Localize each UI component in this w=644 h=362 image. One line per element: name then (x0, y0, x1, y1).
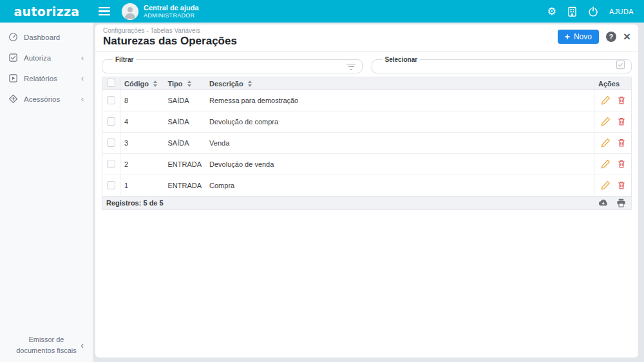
column-header-tipo: Tipo (168, 80, 183, 88)
column-header-acoes: Ações (598, 80, 620, 88)
sidebar-footer-line2: documentos fiscais (16, 345, 77, 356)
cell-tipo: SAÍDA (164, 111, 206, 133)
cell-descricao: Devolução de venda (205, 154, 594, 175)
power-icon[interactable] (588, 6, 598, 17)
breadcrumb: Configurações - Tabelas Variáveis (103, 27, 630, 34)
sidebar-item-acessorios[interactable]: Acessórios ‹ (0, 89, 93, 109)
settings-gear-icon[interactable]: ⚙ (547, 6, 556, 17)
sort-icon[interactable] (153, 81, 157, 87)
table-row: 3 SAÍDA Venda (102, 133, 632, 154)
sidebar-item-dashboard[interactable]: Dashboard (0, 27, 93, 47)
row-checkbox[interactable] (107, 117, 115, 126)
sidebar-item-label: Dashboard (24, 33, 60, 41)
table-footer-row: Registros: 5 de 5 (102, 196, 632, 210)
edit-pencil-icon[interactable] (601, 95, 611, 105)
filter-label: Filtrar (113, 56, 136, 63)
sidebar-item-relatorios[interactable]: Relatórios ‹ (0, 68, 93, 88)
cell-codigo: 4 (120, 111, 164, 133)
gauge-icon (8, 32, 18, 42)
card-header: Configurações - Tabelas Variáveis Nature… (95, 24, 638, 52)
novo-button[interactable]: + Novo (558, 30, 599, 44)
collapse-sidebar-icon[interactable]: ‹ (80, 340, 84, 350)
table-row: 2 ENTRADA Devolução de venda (102, 154, 632, 175)
close-icon[interactable]: × (623, 32, 630, 41)
filter-lines-icon[interactable] (346, 64, 356, 70)
chevron-left-icon: ‹ (81, 53, 84, 62)
cell-tipo: ENTRADA (164, 154, 206, 175)
column-header-descricao: Descrição (209, 80, 243, 88)
top-header: autorizza Central de ajuda ADMINISTRADOR… (0, 0, 644, 23)
diamond-plus-icon (8, 94, 18, 104)
cloud-download-icon[interactable] (598, 198, 609, 207)
edit-pencil-icon[interactable] (601, 159, 611, 169)
delete-trash-icon[interactable] (617, 117, 626, 126)
user-block[interactable]: Central de ajuda ADMINISTRADOR (144, 4, 199, 19)
logo-area: autorizza (0, 5, 93, 19)
novo-button-label: Novo (574, 32, 592, 41)
edit-pencil-icon[interactable] (601, 117, 611, 126)
table-row: 4 SAÍDA Devolução de compra (102, 111, 632, 133)
select-input[interactable]: Selecionar (372, 56, 632, 73)
table-row: 8 SAÍDA Remessa para demostração (102, 90, 632, 111)
sidebar-item-autoriza[interactable]: Autoriza ‹ (0, 48, 93, 68)
building-icon[interactable] (567, 6, 577, 17)
edit-pencil-icon[interactable] (601, 138, 611, 148)
cell-tipo: ENTRADA (164, 175, 206, 196)
row-checkbox[interactable] (107, 96, 115, 104)
sidebar-footer-line1: Emissor de (16, 334, 77, 345)
sort-icon[interactable] (187, 81, 191, 87)
delete-trash-icon[interactable] (617, 95, 626, 105)
cell-descricao: Compra (205, 175, 594, 196)
delete-trash-icon[interactable] (617, 138, 626, 148)
table-header-row: Código Tipo Descrição (102, 77, 632, 90)
content-card: Configurações - Tabelas Variáveis Nature… (95, 24, 638, 357)
row-checkbox[interactable] (107, 181, 115, 189)
cell-codigo: 8 (120, 90, 164, 111)
print-icon[interactable] (616, 198, 626, 207)
checkbox-icon (8, 53, 18, 62)
app-logo[interactable]: autorizza (14, 5, 79, 19)
sidebar-item-label: Relatórios (24, 75, 57, 82)
select-all-checkbox[interactable] (107, 79, 115, 87)
cell-codigo: 3 (120, 133, 164, 154)
user-icon (122, 3, 138, 20)
filter-input[interactable]: Filtrar (102, 56, 363, 73)
sidebar-footer-toggle[interactable]: Emissor de documentos fiscais ‹ (0, 334, 93, 356)
delete-trash-icon[interactable] (617, 180, 626, 190)
cell-codigo: 1 (120, 175, 164, 196)
cell-descricao: Remessa para demostração (205, 90, 594, 111)
records-count: Registros: 5 de 5 (106, 199, 164, 207)
help-center-label: Central de ajuda (144, 4, 199, 12)
select-all-checkbox-icon[interactable] (616, 60, 625, 70)
chevron-left-icon: ‹ (81, 94, 84, 104)
chevron-left-icon: ‹ (81, 73, 84, 83)
menu-toggle-icon[interactable] (99, 7, 110, 16)
row-checkbox[interactable] (107, 138, 115, 147)
plus-icon: + (565, 32, 570, 41)
row-checkbox[interactable] (107, 160, 115, 168)
sort-icon[interactable] (248, 81, 252, 87)
play-square-icon (8, 73, 18, 83)
cell-descricao: Venda (205, 133, 594, 154)
sidebar: Dashboard Autoriza ‹ Relatórios ‹ Ac (0, 23, 93, 362)
edit-pencil-icon[interactable] (601, 180, 611, 190)
avatar[interactable] (122, 3, 138, 20)
filters-row: Filtrar Selecionar (102, 56, 632, 73)
select-label: Selecionar (383, 56, 421, 63)
operations-table: Código Tipo Descrição (102, 77, 632, 210)
cell-tipo: SAÍDA (164, 90, 206, 111)
delete-trash-icon[interactable] (617, 159, 626, 169)
table-row: 1 ENTRADA Compra (102, 175, 632, 196)
page-title: Naturezas das Operações (103, 35, 630, 48)
help-icon[interactable]: ? (606, 32, 616, 42)
user-role: ADMINISTRADOR (144, 12, 199, 19)
ajuda-link[interactable]: AJUDA (609, 8, 634, 15)
sidebar-item-label: Acessórios (24, 95, 60, 103)
sidebar-item-label: Autoriza (24, 54, 51, 62)
column-header-codigo: Código (124, 80, 149, 88)
cell-codigo: 2 (120, 154, 164, 175)
cell-tipo: SAÍDA (164, 133, 206, 154)
main-area: Configurações - Tabelas Variáveis Nature… (93, 23, 644, 362)
cell-descricao: Devolução de compra (205, 111, 594, 133)
